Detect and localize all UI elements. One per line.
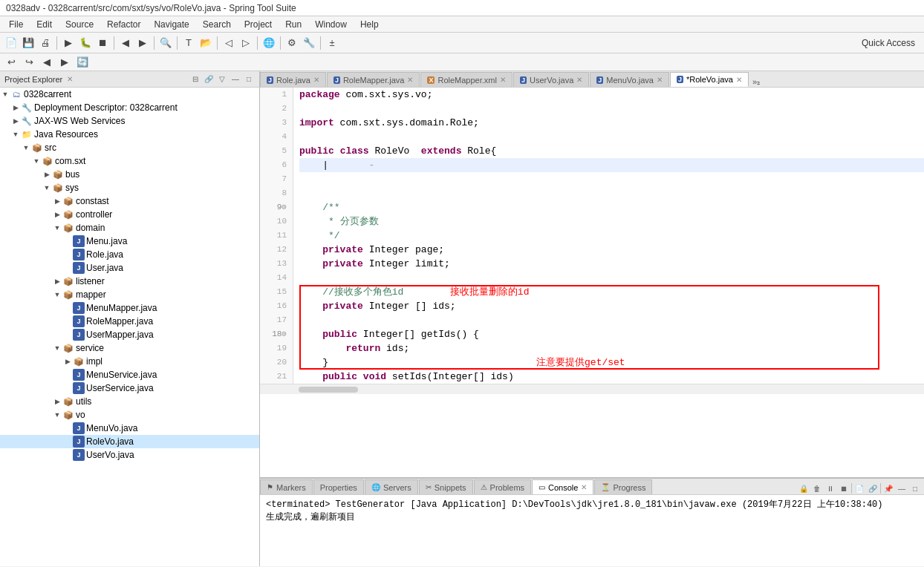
tree-item-role-java[interactable]: J Role.java [0,248,259,261]
menu-project[interactable]: Project [238,18,278,31]
hscroll-thumb[interactable] [299,387,358,393]
pe-link-btn[interactable]: 🔗 [203,73,215,85]
tree-item-menumapper[interactable]: J MenuMapper.java [0,301,259,315]
code-line-6[interactable]: | - [299,158,924,172]
tree-item-impl[interactable]: ▶ 📦 impl [0,355,259,368]
tree-item-usermapper[interactable]: J UserMapper.java [0,328,259,341]
menu-run[interactable]: Run [279,18,308,31]
btab-properties[interactable]: Properties [313,479,364,494]
menu-file[interactable]: File [3,18,29,31]
btab-progress[interactable]: ⏳ Progress [594,479,652,494]
open-type-btn[interactable]: T [180,35,197,51]
pe-collapse-btn[interactable]: ⊟ [189,73,201,85]
btab-close-console[interactable]: ✕ [581,483,587,491]
tab-uservo[interactable]: J UserVo.java ✕ [513,72,589,87]
tree-item-rolevo[interactable]: J RoleVo.java [0,435,259,448]
tree-item-dd[interactable]: ▶ 🔧 Deployment Descriptor: 0328carrent [0,101,259,114]
console-terminate[interactable]: ⏹ [838,482,850,494]
menu-help[interactable]: Help [354,18,385,31]
code-line-14[interactable] [299,271,924,285]
pe-menu-btn[interactable]: ▽ [216,73,228,85]
next-edit-btn[interactable]: ▷ [238,35,254,51]
code-line-2[interactable] [299,102,924,116]
btab-markers[interactable]: ⚑ Markers [260,479,313,494]
menu-source[interactable]: Source [59,18,100,31]
save-btn[interactable]: 💾 [20,35,36,51]
code-line-19[interactable]: return ids; [299,341,924,355]
code-line-16[interactable]: private Integer [] ids; [299,299,924,313]
fwd2-btn[interactable]: ▶ [56,54,73,71]
editor-hscroll[interactable] [260,384,924,394]
prefs-btn[interactable]: 🔧 [301,35,317,51]
code-line-17[interactable] [299,313,924,327]
redo-btn[interactable]: ↪ [21,54,37,71]
console-link[interactable]: 🔗 [867,482,879,494]
back2-btn[interactable]: ◀ [39,54,55,71]
tab-rolemapper-xml[interactable]: X RoleMapper.xml ✕ [420,72,513,87]
search-btn[interactable]: 🔍 [157,35,174,51]
tab-rolevo-active[interactable]: J *RoleVo.java ✕ [670,72,749,87]
code-line-11[interactable]: */ [299,229,924,243]
tree-item-rolemapper[interactable]: J RoleMapper.java [0,315,259,328]
tree-item-vo[interactable]: ▼ 📦 vo [0,408,259,422]
menu-edit[interactable]: Edit [30,18,58,31]
tree-item-mapper[interactable]: ▼ 📦 mapper [0,288,259,301]
code-line-13[interactable]: private Integer limit; [299,257,924,271]
tree-item-jaxws[interactable]: ▶ 🔧 JAX-WS Web Services [0,114,259,128]
tab-close-rolevo-active[interactable]: ✕ [736,76,742,84]
code-line-7[interactable] [299,172,924,186]
tree-item-javaresources[interactable]: ▼ 📁 Java Resources [0,128,259,141]
sync-btn[interactable]: 🔄 [74,54,91,71]
tree-item-constast[interactable]: ▶ 📦 constast [0,194,259,208]
code-lines[interactable]: package com.sxt.sys.vo; import com.sxt.s… [293,88,924,384]
back-btn[interactable]: ◀ [117,35,134,51]
undo-btn[interactable]: ↩ [3,54,19,71]
pe-max-btn[interactable]: □ [243,73,255,85]
code-line-18[interactable]: public Integer[] getIds() { [299,327,924,341]
console-max[interactable]: □ [909,482,921,494]
tree-item-comsxt[interactable]: ▼ 📦 com.sxt [0,154,259,168]
code-line-9[interactable]: /** [299,200,924,214]
tree-item-userservice[interactable]: J UserService.java [0,381,259,395]
stop-btn[interactable]: ⏹ [94,35,111,51]
btab-snippets[interactable]: ✂ Snippets [419,479,473,494]
git-btn[interactable]: ± [324,35,340,51]
tree-item-user-java[interactable]: J User.java [0,261,259,275]
tab-close-role[interactable]: ✕ [313,76,319,84]
menu-window[interactable]: Window [309,18,353,31]
open-res-btn[interactable]: 📂 [198,35,214,51]
tab-close-menuvo[interactable]: ✕ [657,76,663,84]
server-btn[interactable]: 🌐 [261,35,277,51]
code-line-21[interactable]: public void setIds(Integer[] ids) [299,370,924,384]
tree-item-src[interactable]: ▼ 📦 src [0,141,259,154]
code-line-1[interactable]: package com.sxt.sys.vo; [299,88,924,102]
btab-servers[interactable]: 🌐 Servers [365,479,418,494]
print-btn[interactable]: 🖨 [37,35,53,51]
tree-item-menu-java[interactable]: J Menu.java [0,235,259,248]
tree-item-bus[interactable]: ▶ 📦 bus [0,168,259,181]
tree-item-controller[interactable]: ▶ 📦 controller [0,208,259,221]
console-min[interactable]: — [896,482,908,494]
code-line-12[interactable]: private Integer page; [299,243,924,257]
tab-overflow[interactable]: »₂ [749,77,763,87]
btab-console[interactable]: ▭ Console ✕ [532,479,593,494]
pe-min-btn[interactable]: — [230,73,241,85]
code-line-3[interactable]: import com.sxt.sys.domain.Role; [299,116,924,130]
tree-item-root[interactable]: ▼ 🗂 0328carrent [0,88,259,101]
tab-close-uservo[interactable]: ✕ [576,76,582,84]
tree-item-service[interactable]: ▼ 📦 service [0,341,259,355]
console-open-file[interactable]: 📄 [853,482,865,494]
code-line-4[interactable] [299,130,924,144]
new-btn[interactable]: 📄 [3,35,19,51]
code-editor[interactable]: 1 2 3 4 5 6 7 8 9⊙ 10 11 12 13 14 [260,88,924,477]
debug-btn[interactable]: 🐛 [77,35,94,51]
code-line-8[interactable] [299,186,924,200]
menu-search[interactable]: Search [197,18,237,31]
tree-item-menuvo[interactable]: J MenuVo.java [0,422,259,435]
console-pin[interactable]: 📌 [882,482,894,494]
prev-edit-btn[interactable]: ◁ [221,35,237,51]
tree-item-utils[interactable]: ▶ 📦 utils [0,395,259,408]
tab-menuvo[interactable]: J MenuVo.java ✕ [590,72,669,87]
console-pause[interactable]: ⏸ [824,482,836,494]
tree-item-domain[interactable]: ▼ 📦 domain [0,221,259,235]
